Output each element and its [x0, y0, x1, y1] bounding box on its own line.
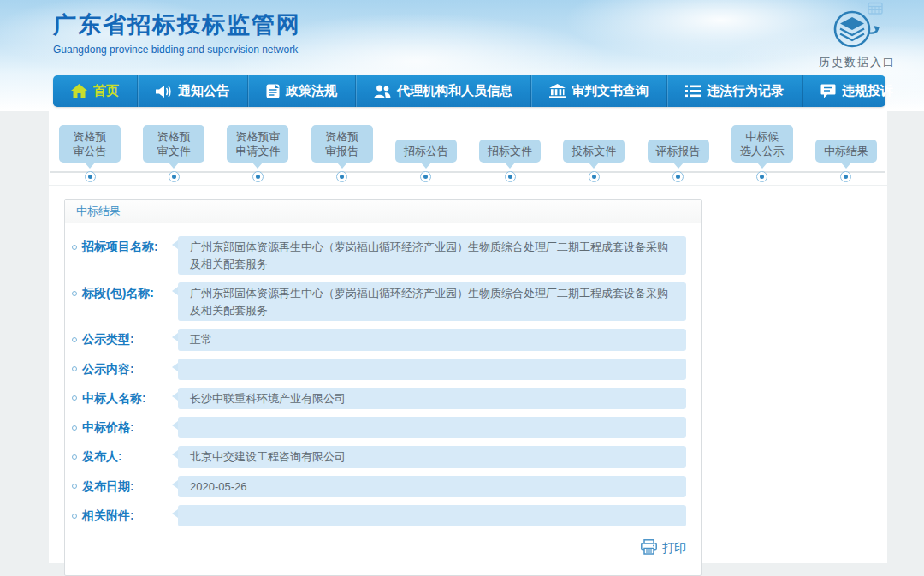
field-value-box: 广州东部固体资源再生中心（萝岗福山循环经济产业园）生物质综合处理厂二期工程成套设… — [178, 236, 686, 275]
bubble-tail — [673, 163, 684, 169]
field-label: 中标价格: — [72, 417, 178, 438]
nav-item-document[interactable]: 政策法规 — [247, 75, 355, 107]
bubble-tail — [169, 163, 179, 169]
bullet-icon — [72, 291, 77, 296]
process-step-label[interactable]: 招标文件 — [479, 140, 541, 163]
process-step[interactable]: 评标报告 — [648, 117, 709, 182]
nav-item-label: 首页 — [93, 83, 119, 99]
process-step-label[interactable]: 中标结果 — [815, 140, 877, 163]
bubble-tail — [505, 163, 515, 169]
history-stack-icon — [829, 38, 886, 52]
field-label: 中标人名称: — [72, 388, 178, 409]
field-label: 发布人: — [72, 446, 178, 467]
list-icon — [685, 85, 701, 98]
bank-icon — [549, 84, 566, 98]
field-label: 公示内容: — [72, 359, 178, 380]
timeline-dot-icon — [169, 171, 180, 182]
field-label: 标段(包)名称: — [72, 282, 178, 304]
result-panel: 中标结果 招标项目名称:广州东部固体资源再生中心（萝岗福山循环经济产业园）生物质… — [64, 199, 702, 576]
process-step[interactable]: 资格预审 申请文件 — [227, 117, 288, 182]
process-step[interactable]: 资格预 审报告 — [311, 117, 373, 182]
bubble-tail — [589, 163, 599, 169]
bubble-tail — [252, 163, 263, 169]
timeline-dot-icon — [756, 171, 767, 182]
timeline-dot-icon — [505, 171, 516, 182]
site-title: 广东省招标投标监管网 — [53, 9, 301, 40]
bullet-icon — [72, 514, 77, 519]
people-icon — [374, 85, 391, 98]
site-subtitle: Guangdong province bidding and supervisi… — [53, 44, 301, 56]
timeline-dot-icon — [420, 171, 431, 182]
process-step-label[interactable]: 资格预审 申请文件 — [227, 125, 288, 163]
main-nav: 首页通知公告政策法规代理机构和人员信息审判文书查询违法行为记录违规投诉 — [53, 75, 886, 107]
nav-item-label: 审判文书查询 — [572, 83, 649, 99]
document-icon — [266, 84, 280, 98]
bullet-icon — [72, 245, 77, 250]
nav-item-label: 通知公告 — [178, 83, 229, 99]
bullet-icon — [72, 395, 77, 401]
form-row: 公示内容: — [72, 359, 686, 380]
field-value — [178, 505, 686, 526]
field-value-box: 正常 — [178, 329, 686, 351]
field-value-box: 北京中交建设工程咨询有限公司 — [178, 446, 686, 468]
nav-item-bank[interactable]: 审判文书查询 — [530, 75, 666, 107]
nav-item-list[interactable]: 违法行为记录 — [666, 75, 802, 107]
nav-item-chat[interactable]: 违规投诉 — [802, 75, 911, 107]
field-value: 广州东部固体资源再生中心（萝岗福山循环经济产业园）生物质综合处理厂二期工程成套设… — [178, 236, 686, 275]
field-value — [178, 417, 686, 438]
process-step-label[interactable]: 资格预 审文件 — [143, 125, 204, 163]
bullet-icon — [72, 366, 77, 371]
process-step[interactable]: 招标文件 — [479, 117, 541, 182]
nav-item-speaker[interactable]: 通知公告 — [137, 75, 247, 107]
process-step-label[interactable]: 资格预 审公告 — [59, 125, 121, 163]
form-row: 发布日期:2020-05-26 — [72, 476, 686, 498]
form-row: 中标人名称:长沙中联重科环境产业有限公司 — [72, 388, 686, 410]
field-value-box — [178, 505, 686, 526]
process-nav: 资格预 审公告资格预 审文件资格预审 申请文件资格预 审报告招标公告招标文件投标… — [49, 111, 887, 180]
process-step[interactable]: 资格预 审文件 — [143, 117, 204, 182]
timeline-dot-icon — [840, 171, 851, 182]
nav-item-label: 违法行为记录 — [707, 83, 784, 99]
process-step-label[interactable]: 中标候 选人公示 — [732, 125, 793, 163]
speaker-icon — [156, 85, 172, 98]
field-label: 相关附件: — [72, 505, 178, 526]
print-button[interactable]: 打印 — [641, 539, 686, 557]
nav-item-people[interactable]: 代理机构和人员信息 — [355, 75, 530, 107]
bullet-icon — [72, 337, 77, 342]
form-row: 相关附件: — [72, 505, 686, 526]
bubble-tail — [85, 163, 95, 169]
field-value: 长沙中联重科环境产业有限公司 — [178, 388, 686, 410]
bubble-tail — [337, 163, 347, 169]
process-step[interactable]: 资格预 审公告 — [59, 117, 121, 182]
process-step-label[interactable]: 评标报告 — [648, 140, 709, 163]
nav-item-label: 政策法规 — [286, 83, 337, 99]
site-logo: 广东省招标投标监管网 Guangdong province bidding an… — [53, 9, 301, 56]
timeline-dot-icon — [85, 171, 96, 182]
panel-title: 中标结果 — [65, 200, 701, 223]
field-label: 发布日期: — [72, 476, 178, 497]
field-value — [178, 359, 686, 380]
nav-item-home[interactable]: 首页 — [53, 75, 137, 107]
process-step[interactable]: 投标文件 — [563, 117, 625, 182]
divider — [49, 185, 887, 186]
history-data-entry[interactable]: 历史数据入口 — [814, 9, 900, 70]
field-value: 正常 — [178, 329, 686, 351]
history-entry-label: 历史数据入口 — [814, 55, 900, 70]
process-step-label[interactable]: 投标文件 — [563, 140, 625, 163]
timeline-dot-icon — [589, 171, 600, 182]
nav-item-label: 违规投诉 — [842, 83, 893, 99]
form-row: 公示类型:正常 — [72, 329, 686, 351]
timeline-dot-icon — [252, 171, 264, 182]
field-value-box — [178, 359, 686, 380]
process-step-label[interactable]: 招标公告 — [395, 140, 457, 163]
home-icon — [71, 84, 87, 98]
process-step[interactable]: 招标公告 — [395, 117, 457, 182]
timeline-dot-icon — [336, 171, 347, 182]
process-step[interactable]: 中标结果 — [815, 117, 877, 182]
field-label: 招标项目名称: — [72, 236, 178, 258]
content-column: 资格预 审公告资格预 审文件资格预审 申请文件资格预 审报告招标公告招标文件投标… — [49, 111, 887, 563]
field-value: 2020-05-26 — [178, 476, 686, 498]
process-step-label[interactable]: 资格预 审报告 — [311, 125, 373, 163]
field-value: 广州东部固体资源再生中心（萝岗福山循环经济产业园）生物质综合处理厂二期工程成套设… — [178, 282, 686, 321]
process-step[interactable]: 中标候 选人公示 — [732, 117, 793, 182]
